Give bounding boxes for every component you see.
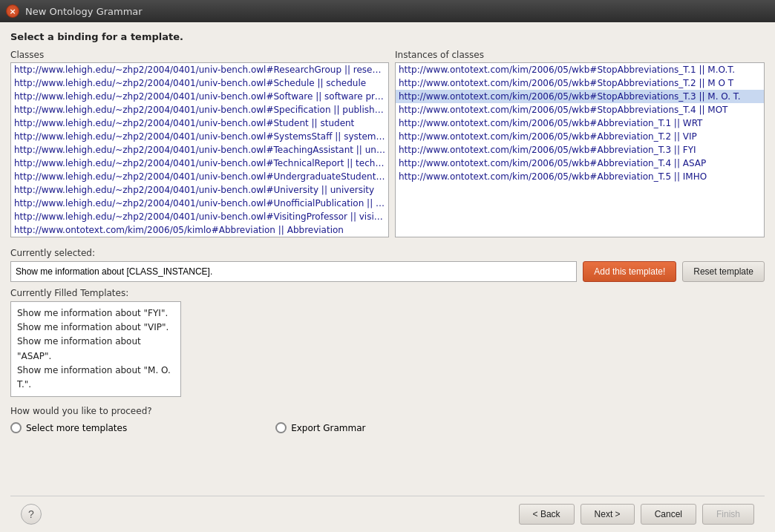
- list-item[interactable]: http://www.ontotext.com/kim/2006/05/wkb#…: [396, 157, 764, 170]
- list-item[interactable]: http://www.lehigh.edu/~zhp2/2004/0401/un…: [11, 63, 388, 76]
- window-title: New Ontology Grammar: [25, 6, 143, 17]
- reset-template-button[interactable]: Reset template: [682, 261, 765, 282]
- help-button[interactable]: ?: [21, 504, 42, 525]
- bottom-right-buttons: < Back Next > Cancel Finish: [519, 504, 754, 525]
- filled-template-line: Show me information about "M. O. T.".: [17, 364, 174, 392]
- back-button[interactable]: < Back: [519, 504, 575, 525]
- radio-select-more[interactable]: Select more templates: [10, 422, 127, 433]
- main-content: Select a binding for a template. Classes…: [0, 22, 775, 532]
- list-item[interactable]: http://www.lehigh.edu/~zhp2/2004/0401/un…: [11, 197, 388, 210]
- radio-circle-export-grammar: [275, 422, 287, 433]
- radio-export-grammar[interactable]: Export Grammar: [275, 422, 365, 433]
- radio-label-select-more: Select more templates: [26, 423, 127, 433]
- instances-label: Instances of classes: [395, 50, 765, 60]
- list-item[interactable]: http://www.ontotext.com/kim/2006/05/wkb#…: [396, 103, 764, 116]
- instances-list[interactable]: http://www.ontotext.com/kim/2006/05/wkb#…: [395, 62, 765, 237]
- list-item[interactable]: http://www.lehigh.edu/~zhp2/2004/0401/un…: [11, 210, 388, 223]
- list-item[interactable]: http://www.ontotext.com/kim/2006/05/kiml…: [11, 223, 388, 237]
- radio-group: Select more templates Export Grammar: [10, 422, 765, 433]
- currently-selected-label: Currently selected:: [10, 248, 765, 258]
- list-item-selected[interactable]: http://www.ontotext.com/kim/2006/05/wkb#…: [396, 90, 764, 103]
- list-item[interactable]: http://www.lehigh.edu/~zhp2/2004/0401/un…: [11, 90, 388, 103]
- classes-list[interactable]: http://www.lehigh.edu/~zhp2/2004/0401/un…: [10, 62, 389, 237]
- list-item[interactable]: http://www.lehigh.edu/~zhp2/2004/0401/un…: [11, 103, 388, 116]
- radio-label-export-grammar: Export Grammar: [291, 423, 365, 433]
- next-button[interactable]: Next >: [581, 504, 635, 525]
- list-item[interactable]: http://www.lehigh.edu/~zhp2/2004/0401/un…: [11, 143, 388, 157]
- list-item[interactable]: http://www.lehigh.edu/~zhp2/2004/0401/un…: [11, 157, 388, 170]
- title-bar: × New Ontology Grammar: [0, 0, 775, 22]
- list-item[interactable]: http://www.lehigh.edu/~zhp2/2004/0401/un…: [11, 183, 388, 197]
- filled-template-line: Show me information about "VIP".: [17, 321, 174, 335]
- instances-section: Instances of classes http://www.ontotext…: [395, 50, 765, 237]
- classes-label: Classes: [10, 50, 389, 60]
- filled-templates-label: Currently Filled Templates:: [10, 288, 765, 298]
- bottom-bar: ? < Back Next > Cancel Finish: [10, 496, 765, 532]
- proceed-label: How would you like to proceed?: [10, 406, 765, 416]
- selected-input[interactable]: [10, 261, 577, 282]
- list-item[interactable]: http://www.lehigh.edu/~zhp2/2004/0401/un…: [11, 76, 388, 90]
- list-item[interactable]: http://www.lehigh.edu/~zhp2/2004/0401/un…: [11, 130, 388, 143]
- page-subtitle: Select a binding for a template.: [10, 31, 765, 42]
- list-item[interactable]: http://www.ontotext.com/kim/2006/05/wkb#…: [396, 116, 764, 130]
- list-item[interactable]: http://www.ontotext.com/kim/2006/05/wkb#…: [396, 63, 764, 76]
- list-item[interactable]: http://www.lehigh.edu/~zhp2/2004/0401/un…: [11, 170, 388, 183]
- filled-templates-box: Show me information about "FYI". Show me…: [10, 301, 181, 397]
- add-template-button[interactable]: Add this template!: [583, 261, 676, 282]
- finish-button[interactable]: Finish: [702, 504, 754, 525]
- list-item[interactable]: http://www.ontotext.com/kim/2006/05/wkb#…: [396, 76, 764, 90]
- classes-section: Classes http://www.lehigh.edu/~zhp2/2004…: [10, 50, 389, 237]
- list-item[interactable]: http://www.ontotext.com/kim/2006/05/wkb#…: [396, 143, 764, 157]
- list-item[interactable]: http://www.lehigh.edu/~zhp2/2004/0401/un…: [11, 116, 388, 130]
- close-button[interactable]: ×: [6, 4, 19, 18]
- cancel-button[interactable]: Cancel: [641, 504, 696, 525]
- selected-row: Add this template! Reset template: [10, 261, 765, 282]
- list-item[interactable]: http://www.ontotext.com/kim/2006/05/wkb#…: [396, 170, 764, 183]
- filled-template-line: Show me information about "FYI".: [17, 306, 174, 321]
- list-item[interactable]: http://www.ontotext.com/kim/2006/05/wkb#…: [396, 130, 764, 143]
- filled-template-line: Show me information about "ASAP".: [17, 335, 174, 363]
- radio-circle-select-more: [10, 422, 22, 433]
- top-panel: Classes http://www.lehigh.edu/~zhp2/2004…: [10, 50, 765, 237]
